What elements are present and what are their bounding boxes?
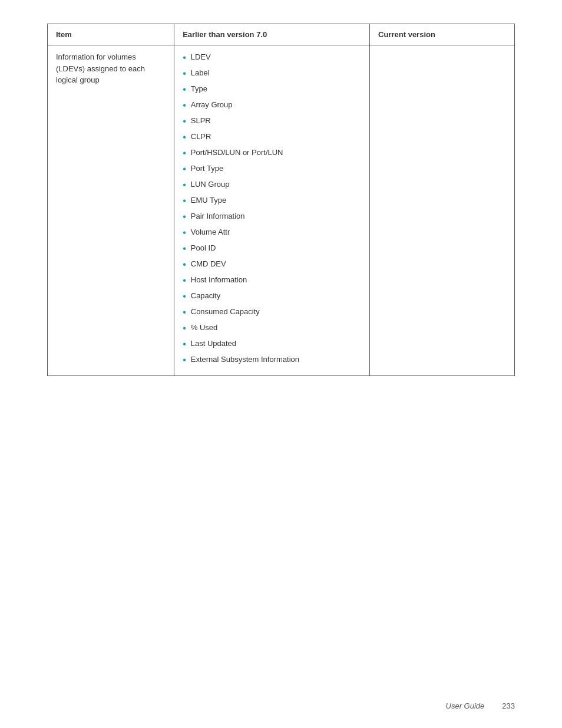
table-row: Information for volumes (LDEVs) assigned… [48,45,515,376]
list-item-text: Host Information [191,274,247,286]
list-item: •LUN Group [183,179,361,192]
footer-label: User Guide [446,701,485,710]
header-item: Item [48,24,174,45]
bullet-dot-icon: • [183,305,186,319]
bullet-dot-icon: • [183,242,186,256]
list-item-text: Volume Attr [191,226,230,238]
list-item: •Pool ID [183,242,361,256]
list-item: •Last Updated [183,338,361,351]
bullet-dot-icon: • [183,321,186,335]
list-item: •Port Type [183,163,361,176]
list-item-text: Pair Information [191,210,245,222]
cell-item: Information for volumes (LDEVs) assigned… [48,45,174,376]
bullet-dot-icon: • [183,194,186,208]
footer-page: 233 [502,701,515,710]
bullet-dot-icon: • [183,258,186,272]
bullet-dot-icon: • [183,98,186,113]
list-item: •LDEV [183,51,361,65]
list-item-text: Port/HSD/LUN or Port/LUN [191,147,283,159]
list-item-text: SLPR [191,115,211,127]
bullet-dot-icon: • [183,67,186,81]
list-item: •Host Information [183,274,361,288]
list-item: •Label [183,67,361,81]
list-item-text: Label [191,67,210,79]
list-item-text: EMU Type [191,195,226,206]
list-item-text: External Subsystem Information [191,354,299,365]
cell-earlier: •LDEV•Label•Type•Array Group•SLPR•CLPR•P… [174,45,370,376]
bullet-dot-icon: • [183,51,186,65]
header-current: Current version [370,24,515,45]
list-item-text: Capacity [191,290,221,302]
list-item-text: CLPR [191,131,211,143]
item-label: Information for volumes (LDEVs) assigned… [56,52,145,84]
bullet-dot-icon: • [183,274,186,288]
list-item-text: LDEV [191,51,211,63]
bullet-dot-icon: • [183,289,186,304]
bullet-list: •LDEV•Label•Type•Array Group•SLPR•CLPR•P… [183,51,361,367]
page-container: Item Earlier than version 7.0 Current ve… [0,0,562,728]
list-item: •External Subsystem Information [183,354,361,367]
list-item: •% Used [183,322,361,335]
main-table: Item Earlier than version 7.0 Current ve… [47,24,515,376]
bullet-dot-icon: • [183,130,186,144]
list-item: •CLPR [183,131,361,144]
list-item: •EMU Type [183,195,361,208]
bullet-dot-icon: • [183,114,186,129]
list-item: •SLPR [183,115,361,129]
bullet-dot-icon: • [183,337,186,351]
list-item-text: Array Group [191,99,233,111]
list-item-text: CMD DEV [191,258,226,270]
list-item: •Pair Information [183,210,361,224]
list-item: •Volume Attr [183,226,361,240]
cell-current [370,45,515,376]
list-item-text: Consumed Capacity [191,306,260,318]
list-item-text: Port Type [191,163,223,174]
list-item: •Port/HSD/LUN or Port/LUN [183,147,361,160]
list-item-text: Last Updated [191,338,236,350]
list-item: •Array Group [183,99,361,113]
list-item: •Capacity [183,290,361,304]
list-item-text: Pool ID [191,242,216,254]
bullet-dot-icon: • [183,178,186,192]
list-item: •Consumed Capacity [183,306,361,319]
list-item-text: % Used [191,322,218,334]
page-footer: User Guide 233 [446,701,515,710]
bullet-dot-icon: • [183,162,186,176]
list-item-text: LUN Group [191,179,230,190]
bullet-dot-icon: • [183,226,186,240]
header-earlier: Earlier than version 7.0 [174,24,370,45]
bullet-dot-icon: • [183,353,186,367]
bullet-dot-icon: • [183,83,186,97]
list-item: •Type [183,83,361,97]
list-item-text: Type [191,83,207,95]
list-item: •CMD DEV [183,258,361,272]
bullet-dot-icon: • [183,210,186,224]
bullet-dot-icon: • [183,146,186,160]
